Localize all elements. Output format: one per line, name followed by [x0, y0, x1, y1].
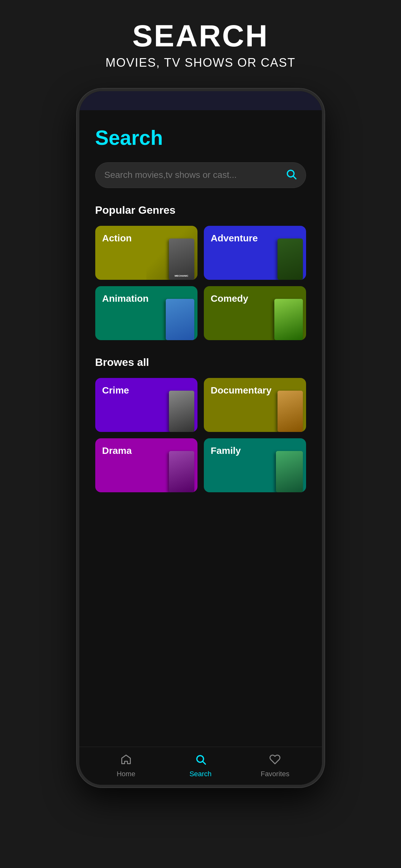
genre-poster-action	[146, 226, 197, 280]
bottom-nav: Home Search Favorites	[80, 747, 322, 785]
nav-label-favorites: Favorites	[261, 770, 289, 778]
svg-line-1	[293, 176, 296, 179]
poster-peaky-blinders	[169, 391, 194, 432]
poster-malcolm-middle	[276, 451, 303, 492]
genre-label-drama: Drama	[102, 445, 132, 456]
genre-label-action: Action	[102, 233, 132, 244]
poster-social-network	[277, 391, 303, 432]
poster-mechanic	[169, 239, 194, 280]
genre-poster-crime	[146, 378, 197, 432]
genre-poster-family	[255, 438, 306, 492]
genre-label-comedy: Comedy	[211, 293, 248, 304]
main-subtitle: MOVIES, TV SHOWS OR CAST	[13, 56, 388, 69]
poster-cinderella	[166, 299, 194, 340]
main-title: SEARCH	[13, 19, 388, 53]
genre-card-action[interactable]: Action	[95, 226, 197, 280]
genre-label-adventure: Adventure	[211, 233, 258, 244]
svg-line-3	[203, 761, 205, 764]
genre-card-crime[interactable]: Crime	[95, 378, 197, 432]
nav-item-home[interactable]: Home	[89, 754, 163, 778]
phone-screen: Search Popular Genres Action	[80, 110, 322, 745]
poster-ricknmorty	[274, 299, 303, 340]
search-bar-container[interactable]	[95, 162, 306, 188]
search-icon	[285, 168, 297, 180]
top-header: SEARCH MOVIES, TV SHOWS OR CAST	[0, 0, 401, 82]
genre-card-drama[interactable]: Drama	[95, 438, 197, 492]
nav-label-home: Home	[117, 770, 135, 778]
search-input[interactable]	[104, 170, 285, 180]
nav-item-search[interactable]: Search	[163, 754, 238, 778]
phone-mockup: Search Popular Genres Action	[77, 89, 325, 787]
genre-card-family[interactable]: Family	[204, 438, 306, 492]
popular-genres-grid: Action Adventure Animation	[95, 226, 306, 340]
nav-label-search: Search	[189, 770, 212, 778]
genre-label-crime: Crime	[102, 385, 129, 396]
status-bar	[80, 91, 322, 110]
browse-all-label: Browes all	[95, 356, 306, 368]
search-nav-icon	[195, 754, 206, 768]
page-title: Search	[95, 126, 306, 150]
genre-label-family: Family	[211, 445, 241, 456]
genre-card-adventure[interactable]: Adventure	[204, 226, 306, 280]
search-submit-button[interactable]	[285, 168, 297, 182]
genre-card-documentary[interactable]: Documentary	[204, 378, 306, 432]
genre-card-animation[interactable]: Animation	[95, 286, 197, 340]
poster-jungle	[277, 239, 303, 280]
nav-item-favorites[interactable]: Favorites	[238, 754, 312, 778]
genre-label-documentary: Documentary	[211, 385, 272, 396]
favorites-icon	[269, 754, 281, 768]
genre-card-comedy[interactable]: Comedy	[204, 286, 306, 340]
genre-poster-comedy	[255, 286, 306, 340]
genre-label-animation: Animation	[102, 293, 149, 304]
genre-poster-drama	[146, 438, 197, 492]
genre-poster-adventure	[255, 226, 306, 280]
poster-drama-show	[169, 451, 194, 492]
browse-all-grid: Crime Documentary Drama	[95, 378, 306, 492]
home-icon	[120, 754, 132, 768]
genre-poster-animation	[146, 286, 197, 340]
popular-genres-label: Popular Genres	[95, 204, 306, 216]
